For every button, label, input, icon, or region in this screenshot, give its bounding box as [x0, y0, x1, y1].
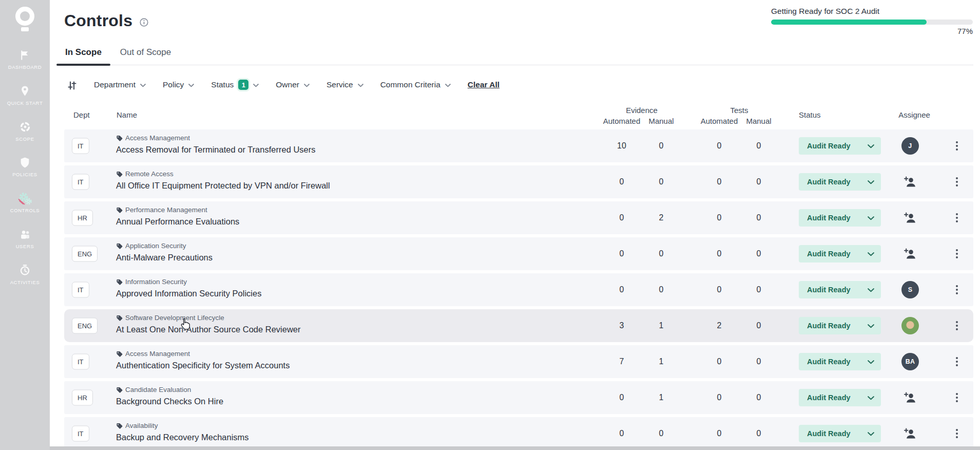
add-person-icon: [904, 248, 917, 260]
status-dropdown[interactable]: Audit Ready: [799, 173, 881, 191]
filter-status[interactable]: Status1: [211, 80, 259, 90]
sidebar-item-label: ACTIVITIES: [10, 279, 40, 286]
tabs: In Scope Out of Scope: [56, 46, 973, 65]
clear-all-link[interactable]: Clear All: [468, 80, 499, 89]
page-title: Controls: [64, 11, 132, 30]
horizontal-scrollbar[interactable]: [50, 446, 980, 450]
filter-common-criteria[interactable]: Common Criteria: [380, 80, 451, 89]
add-person-icon: [904, 176, 917, 188]
assignee-avatar: [901, 317, 919, 334]
sidebar-item-policies[interactable]: POLICIES: [2, 156, 49, 178]
tests-manual-count: 0: [757, 141, 761, 151]
dept-chip: HR: [72, 210, 93, 226]
category-label: Information Security: [125, 278, 187, 286]
status-dropdown[interactable]: Audit Ready: [799, 353, 881, 370]
filter-label: Department: [94, 80, 136, 89]
kebab-menu-button[interactable]: [953, 210, 961, 226]
kebab-menu-button[interactable]: [953, 174, 961, 190]
table-row[interactable]: ENGApplication SecurityAnti-Malware Prec…: [64, 237, 973, 270]
table-row[interactable]: HRCandidate EvaluationBackground Checks …: [64, 381, 973, 414]
avatar: J: [901, 137, 919, 155]
tests-manual-count: 0: [757, 213, 761, 222]
add-assignee-button[interactable]: [904, 212, 917, 224]
filter-service[interactable]: Service: [326, 80, 363, 89]
status-dropdown[interactable]: Audit Ready: [799, 209, 881, 227]
kebab-menu-button[interactable]: [953, 354, 961, 369]
kebab-menu-button[interactable]: [953, 390, 961, 405]
filter-department[interactable]: Department: [94, 80, 146, 89]
info-icon[interactable]: [140, 18, 148, 27]
status-label: Audit Ready: [807, 429, 851, 438]
filter-sliders-icon: [67, 81, 77, 90]
add-assignee-button[interactable]: [904, 427, 917, 440]
tag-icon: [116, 171, 123, 178]
status-dropdown[interactable]: Audit Ready: [799, 137, 881, 155]
col-header-evidence-automated: Automated: [603, 117, 641, 125]
sidebar-item-label: USERS: [16, 243, 34, 250]
status-dropdown[interactable]: Audit Ready: [799, 245, 881, 262]
audit-progress: Getting Ready for SOC 2 Audit 77%: [771, 7, 973, 35]
dept-chip: HR: [72, 390, 93, 406]
progress-bar: [771, 20, 973, 25]
tag-icon: [116, 315, 123, 322]
evidence-manual-count: 1: [659, 321, 664, 330]
chevron-down-icon: [188, 84, 194, 87]
evidence-manual-count: 1: [659, 357, 664, 366]
filter-policy[interactable]: Policy: [163, 80, 194, 89]
status-dropdown[interactable]: Audit Ready: [799, 425, 881, 442]
kebab-menu-button[interactable]: [953, 138, 961, 154]
category-line: Access Management: [116, 350, 190, 358]
evidence-manual-count: 0: [659, 249, 664, 258]
add-assignee-button[interactable]: [904, 176, 917, 188]
table-row[interactable]: ITAccess ManagementAuthentication Specif…: [64, 345, 973, 378]
status-dropdown[interactable]: Audit Ready: [799, 317, 881, 334]
filter-bar: DepartmentPolicyStatus1OwnerServiceCommo…: [67, 77, 499, 92]
tests-manual-count: 0: [757, 321, 761, 330]
table-row[interactable]: ITAccess ManagementAccess Removal for Te…: [64, 129, 973, 162]
sidebar-item-activities[interactable]: ACTIVITIES: [2, 264, 49, 286]
category-label: Application Security: [125, 242, 186, 250]
filter-label: Common Criteria: [380, 80, 440, 89]
table-row[interactable]: HRPerformance ManagementAnnual Performan…: [64, 201, 973, 234]
sidebar-item-dashboard[interactable]: DASHBOARD: [2, 48, 49, 71]
tests-automated-count: 0: [717, 213, 722, 222]
tests-automated-count: 0: [717, 177, 722, 186]
kebab-menu-button[interactable]: [953, 282, 961, 297]
tab-out-of-scope[interactable]: Out of Scope: [111, 46, 180, 65]
dept-chip: ENG: [72, 318, 98, 334]
kebab-menu-button[interactable]: [953, 426, 961, 441]
status-dropdown[interactable]: Audit Ready: [799, 281, 881, 298]
evidence-automated-count: 0: [620, 213, 624, 222]
sidebar-item-scope[interactable]: SCOPE: [2, 120, 49, 143]
kebab-menu-button[interactable]: [953, 246, 961, 261]
table-row[interactable]: ITAvailabilityBackup and Recovery Mechan…: [64, 417, 973, 450]
sidebar-item-users[interactable]: USERS: [2, 228, 49, 250]
tab-in-scope[interactable]: In Scope: [56, 46, 110, 65]
category-label: Access Management: [125, 134, 190, 142]
status-dropdown[interactable]: Audit Ready: [799, 389, 881, 406]
sidebar-item-controls[interactable]: CONTROLS: [2, 192, 49, 214]
tests-automated-count: 0: [717, 141, 722, 151]
add-assignee-button[interactable]: [904, 248, 917, 260]
category-line: Application Security: [116, 242, 186, 250]
tests-manual-count: 0: [757, 249, 761, 258]
sidebar-item-label: DASHBOARD: [8, 64, 42, 71]
table-row[interactable]: ENGSoftware Development LifecycleAt Leas…: [64, 309, 973, 342]
filter-owner[interactable]: Owner: [276, 80, 310, 89]
sidebar-item-quick-start[interactable]: QUICK START: [2, 84, 49, 107]
add-assignee-button[interactable]: [904, 391, 917, 404]
col-header-name: Name: [117, 110, 137, 119]
col-header-tests: Tests: [730, 106, 748, 115]
tests-manual-count: 0: [757, 429, 761, 438]
clock-icon: [19, 264, 31, 277]
sidebar-item-label: CONTROLS: [10, 208, 40, 214]
kebab-menu-button[interactable]: [953, 318, 961, 333]
control-name: Anti-Malware Precautions: [116, 253, 213, 262]
chevron-down-icon: [868, 324, 874, 328]
category-label: Remote Access: [125, 170, 174, 178]
chevron-down-icon: [445, 84, 451, 87]
table-row[interactable]: ITRemote AccessAll Office IT Equipment P…: [64, 165, 973, 198]
category-label: Software Development Lifecycle: [125, 314, 224, 322]
table-row[interactable]: ITInformation SecurityApproved Informati…: [64, 273, 973, 306]
tests-manual-count: 0: [757, 393, 761, 402]
